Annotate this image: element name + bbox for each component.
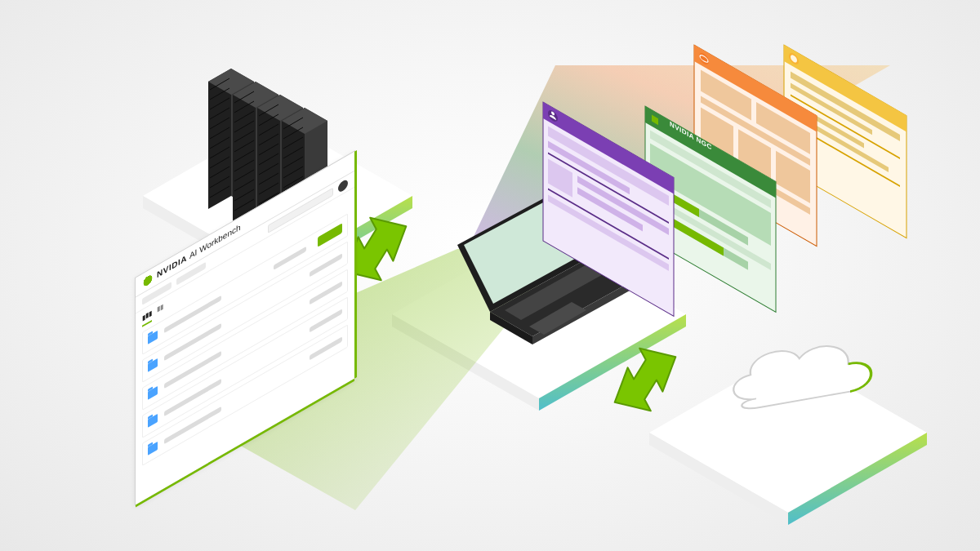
folder-icon: [148, 414, 158, 428]
window-accent-edge: [354, 150, 357, 379]
folder-icon: [148, 331, 158, 344]
folder-icon: [148, 442, 158, 455]
item-meta-placeholder: [310, 253, 342, 277]
item-meta-placeholder: [310, 336, 342, 360]
nvidia-logo-icon: [142, 271, 154, 289]
item-meta-placeholder: [310, 281, 342, 304]
item-meta-placeholder: [310, 309, 342, 332]
item-meta-placeholder: [274, 247, 306, 270]
folder-icon: [148, 386, 158, 400]
folder-icon: [148, 358, 158, 372]
open-button[interactable]: [318, 223, 342, 247]
